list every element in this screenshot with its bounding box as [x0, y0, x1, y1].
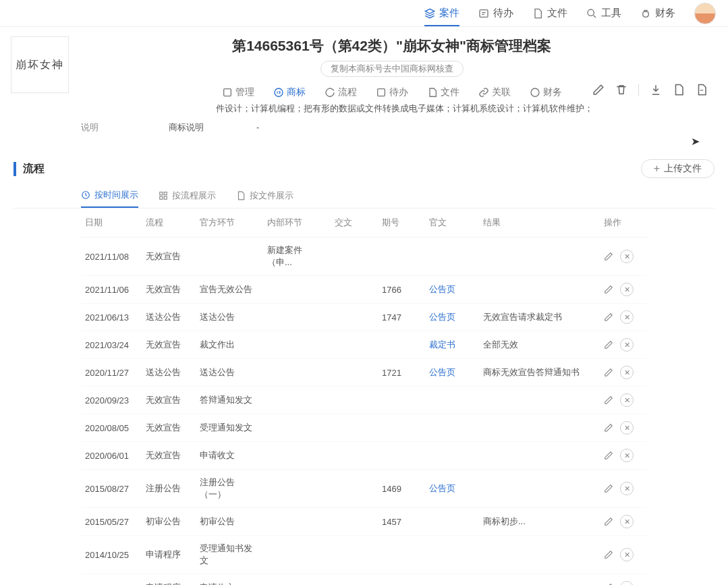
row-edit-icon[interactable] [604, 368, 613, 377]
table-row: 2020/06/01 无效宣告 申请收文 ✕ [81, 442, 647, 470]
search-icon [586, 8, 597, 19]
subtab-byfile[interactable]: 按文件展示 [236, 189, 293, 208]
nav-tools[interactable]: 工具 [586, 7, 621, 20]
flow-table: 日期 流程 官方环节 内部环节 交文 期号 官文 结果 操作 2021/11/0… [81, 208, 647, 585]
row-delete-icon[interactable]: ✕ [620, 250, 634, 263]
svg-point-1 [588, 9, 594, 16]
row-edit-icon[interactable] [604, 252, 613, 261]
svg-rect-10 [164, 196, 167, 199]
row-edit-icon[interactable] [604, 312, 613, 322]
col-doc: 官文 [425, 208, 479, 238]
nav-cases[interactable]: 案件 [424, 7, 459, 20]
checklist-icon [478, 8, 489, 19]
tab-files[interactable]: 文件 [427, 86, 459, 99]
header-actions [592, 84, 708, 96]
svg-rect-2 [223, 89, 231, 96]
row-edit-icon[interactable] [604, 517, 613, 526]
doc-link[interactable]: 公告页 [429, 284, 455, 294]
svg-rect-7 [160, 192, 163, 195]
copy-trademark-button[interactable]: 复制本商标号去中国商标网核查 [320, 61, 464, 77]
upload-file-button[interactable]: +上传文件 [641, 159, 715, 178]
nav-finance-label: 财务 [655, 7, 675, 20]
subtab-byflow[interactable]: 按流程展示 [159, 189, 216, 208]
tab-todo[interactable]: 待办 [376, 86, 408, 99]
download-icon[interactable] [650, 84, 662, 96]
row-edit-icon[interactable] [604, 395, 613, 405]
row-delete-icon[interactable]: ✕ [620, 515, 634, 528]
service-text: 件设计；计算机编程；把有形的数据或文件转换成电子媒体；计算机系统设计；计算机软件… [81, 101, 647, 116]
row-delete-icon[interactable]: ✕ [620, 366, 634, 379]
tab-finance[interactable]: 财务 [530, 86, 562, 99]
nav-todo[interactable]: 待办 [478, 7, 513, 20]
tab-trademark[interactable]: 商标 [273, 86, 306, 99]
svg-rect-9 [160, 196, 163, 199]
trash-icon[interactable] [615, 84, 627, 96]
svg-rect-4 [377, 89, 385, 96]
table-row: 2021/11/08 无效宣告 新建案件（申... ✕ [81, 238, 647, 276]
row-delete-icon[interactable]: ✕ [620, 548, 634, 561]
flow-title: 流程 [13, 162, 45, 176]
row-delete-icon[interactable]: ✕ [620, 482, 634, 495]
grid-icon [159, 191, 168, 200]
row-delete-icon[interactable]: ✕ [620, 283, 634, 296]
tab-flow[interactable]: 流程 [325, 86, 357, 99]
info-block: 件设计；计算机编程；把有形的数据或文件转换成电子媒体；计算机系统设计；计算机软件… [0, 99, 728, 148]
flow-subtabs: 按时间展示 按流程展示 按文件展示 [13, 182, 715, 208]
doc-link[interactable]: 裁定书 [429, 339, 455, 350]
page-title: 第14665361号（第42类）"崩坏女神"商标管理档案 [82, 36, 701, 55]
desc-val: - [256, 120, 259, 135]
nav-tools-label: 工具 [601, 7, 621, 20]
table-row: 2021/06/13 送达公告 送达公告 1747 公告页 无效宣告请求裁定书 … [81, 304, 647, 331]
flow-section: 流程 +上传文件 按时间展示 按流程展示 按文件展示 日期 流程 官方环节 内部… [0, 148, 728, 585]
nav-files-label: 文件 [547, 7, 567, 20]
row-edit-icon[interactable] [604, 484, 613, 493]
table-row: 2015/08/27 注册公告 注册公告（一） 1469 公告页 ✕ [81, 470, 647, 508]
trademark-icon [273, 87, 284, 98]
col-flow: 流程 [142, 208, 196, 238]
subtab-bytime[interactable]: 按时间展示 [81, 189, 138, 208]
row-delete-icon[interactable]: ✕ [620, 581, 634, 585]
file-icon [532, 8, 543, 19]
row-delete-icon[interactable]: ✕ [620, 421, 634, 435]
row-delete-icon[interactable]: ✕ [620, 310, 634, 324]
col-official: 官方环节 [196, 208, 263, 238]
tab-related[interactable]: 关联 [478, 86, 511, 99]
pdf-icon[interactable] [696, 84, 708, 96]
row-edit-icon[interactable] [604, 550, 613, 559]
doc-link[interactable]: 公告页 [429, 312, 455, 322]
manage-icon [222, 87, 233, 98]
table-row: 2014/10/25 申请程序 受理通知书发文 ✕ [81, 536, 647, 574]
link-icon [478, 87, 489, 98]
col-date: 日期 [81, 208, 142, 238]
table-row: 2020/09/23 无效宣告 答辩通知发文 ✕ [81, 387, 647, 414]
case-header: 崩坏女神 第14665361号（第42类）"崩坏女神"商标管理档案 复制本商标号… [0, 27, 728, 99]
tab-manage[interactable]: 管理 [222, 86, 254, 99]
row-delete-icon[interactable]: ✕ [620, 449, 634, 462]
nav-finance[interactable]: 财务 [640, 7, 675, 20]
table-row: 2020/11/27 送达公告 送达公告 1721 公告页 商标无效宣告答辩通知… [81, 359, 647, 387]
row-edit-icon[interactable] [604, 451, 613, 460]
col-inner: 内部环节 [263, 208, 331, 238]
table-row: 2014/07/11 申请程序 申请收文 ✕ [81, 574, 647, 586]
layers-icon [424, 8, 435, 19]
col-result: 结果 [479, 208, 600, 238]
finance-icon [530, 87, 540, 98]
row-edit-icon[interactable] [604, 340, 613, 350]
svg-point-5 [531, 88, 539, 96]
desc-label: 说明 [81, 120, 169, 135]
trademark-logo: 崩坏女神 [11, 36, 69, 93]
doc-icon[interactable] [673, 84, 685, 96]
edit-icon[interactable] [592, 84, 605, 96]
row-edit-icon[interactable] [604, 285, 613, 294]
row-delete-icon[interactable]: ✕ [620, 393, 634, 407]
top-nav: 案件 待办 文件 工具 财务 [0, 0, 728, 27]
row-edit-icon[interactable] [604, 423, 613, 433]
refresh-icon [325, 87, 335, 98]
row-delete-icon[interactable]: ✕ [620, 338, 634, 352]
table-row: 2015/05/27 初审公告 初审公告 1457 商标初步... ✕ [81, 508, 647, 536]
svg-rect-8 [164, 192, 167, 195]
doc-link[interactable]: 公告页 [429, 483, 455, 493]
nav-files[interactable]: 文件 [532, 7, 567, 20]
avatar[interactable] [694, 3, 716, 24]
doc-link[interactable]: 公告页 [429, 367, 455, 377]
